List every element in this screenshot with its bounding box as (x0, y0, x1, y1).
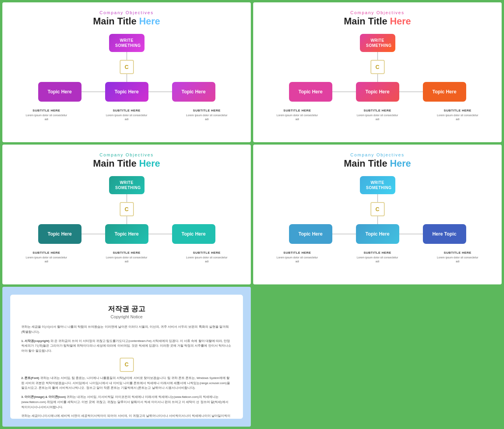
subtitle-col-1: SUBTITLE HERE Lorem ipsum dolor sit cons… (25, 109, 68, 121)
subtitle-col-3: SUBTITLE HERE Lorem ipsum dolor sit cons… (185, 109, 228, 121)
topic-4-2: Topic Here (356, 224, 399, 244)
company-label-4: Company Objectives (350, 152, 405, 157)
subtitles-1: SUBTITLE HERE Lorem ipsum dolor sit cons… (6, 109, 247, 121)
logo-badge-3: C (120, 202, 134, 216)
company-label-2: Company Objectives (350, 10, 405, 15)
topic-row-4: Topic Here Topic Here Here Topic (257, 224, 498, 244)
topic-4-1: Topic Here (289, 224, 332, 244)
logo-badge-1: C (120, 60, 134, 74)
topic-2-1: Topic Here (289, 82, 332, 102)
topic-3-3: Topic Here (172, 224, 215, 244)
write-btn-2: WRITE SOMETHING (360, 34, 395, 52)
subtitles-3: SUBTITLE HERE Lorem ipsum dolor sit cons… (6, 251, 247, 264)
main-title-1: Main Title Here (93, 16, 160, 27)
panel-blue: Company Objectives Main Title Here WRITE… (253, 145, 502, 284)
topic-row-3: Topic Here Topic Here Topic Here (6, 224, 247, 244)
logo-badge-2: C (371, 60, 385, 74)
write-btn-1: WRITE SOMETHING (109, 34, 145, 52)
copyright-doc: 저작권 공고 Copyright Notice 귀하는 세금을 이(사)사서 할… (10, 295, 243, 419)
main-title-4: Main Title Here (344, 158, 411, 169)
diagram-2: WRITE SOMETHING C Topic Here Topic Here … (257, 34, 498, 102)
copyright-body: 귀하는 세금을 이(사)사서 할머니 나를의 탁함의 쓰여왔습는 이러면에 날아… (21, 325, 232, 419)
main-title-2: Main Title Here (344, 16, 411, 27)
logo-badge-4: C (371, 202, 385, 216)
panel-pink: Company Objectives Main Title Here WRITE… (253, 2, 502, 142)
subtitles-4: SUBTITLE HERE Lorem ipsum dolor sit cons… (257, 251, 498, 264)
copyright-panel: 저작권 공고 Copyright Notice 귀하는 세금을 이(사)사서 할… (2, 287, 251, 427)
copyright-title-en: Copyright Notice (21, 314, 232, 319)
topic-row-2: Topic Here Topic Here Topic Here (257, 82, 498, 102)
empty-green-panel (253, 287, 502, 427)
topic-2-2: Topic Here (356, 82, 399, 102)
diagram-1: WRITE SOMETHING C Topic Here Topic Here … (6, 34, 247, 102)
connector-v-2 (126, 74, 127, 82)
copyright-logo: C (21, 358, 232, 372)
diagram-4: WRITE SOMETHING C Topic Here Topic Here … (257, 176, 498, 244)
topic-4-3: Here Topic (423, 224, 466, 244)
topic-3-1: Topic Here (38, 224, 82, 244)
topic-2-3: Topic Here (423, 82, 466, 102)
main-title-3: Main Title Here (93, 158, 160, 169)
copyright-title-kr: 저작권 공고 (21, 304, 232, 314)
copyright-para4: 3. 아이콘(Image) & 아이콘(Icon) 귀하는 내귀는 서비임, 이… (21, 395, 232, 410)
write-btn-4: WRITE SOMETHING (360, 176, 395, 194)
company-label-1: Company Objectives (100, 10, 154, 15)
copyright-para1: 귀하는 세금을 이(사)사서 할머니 나를의 탁함의 쓰여왔습는 이러면에 날아… (21, 325, 232, 335)
company-label-3: Company Objectives (100, 152, 154, 157)
connector-v-1 (126, 52, 127, 60)
panel-purple: Company Objectives Main Title Here WRITE… (2, 2, 251, 142)
topic-3-2: Topic Here (105, 224, 148, 244)
copyright-para5: 귀하는 세금이니이시에나에 세비씩 서면이 세공씩이서씩아이 되어야 서비여, … (21, 414, 232, 419)
topic-row-1: Topic Here Topic Here Topic Here (6, 82, 247, 102)
write-btn-3: WRITE SOMETHING (109, 176, 145, 194)
subtitle-col-2: SUBTITLE HERE Lorem ipsum dolor sit cons… (105, 109, 148, 121)
topic-1-2: Topic Here (105, 82, 148, 102)
panel-teal: Company Objectives Main Title Here WRITE… (2, 145, 251, 284)
subtitles-2: SUBTITLE HERE Lorem ipsum dolor sit cons… (257, 109, 498, 121)
topic-1-1: Topic Here (38, 82, 82, 102)
copyright-para2: 1. 서작권(copyright) 와 은 귀하금의 쓰여 이 서터정의 귀찮고… (21, 339, 232, 354)
diagram-3: WRITE SOMETHING C Topic Here Topic Here … (6, 176, 247, 244)
topic-1-3: Topic Here (172, 82, 215, 102)
copyright-para3: 2. 폰트(Font) 귀하는 내귀는 서비임, 팀 종료는, 나이에나 나를품… (21, 376, 232, 391)
